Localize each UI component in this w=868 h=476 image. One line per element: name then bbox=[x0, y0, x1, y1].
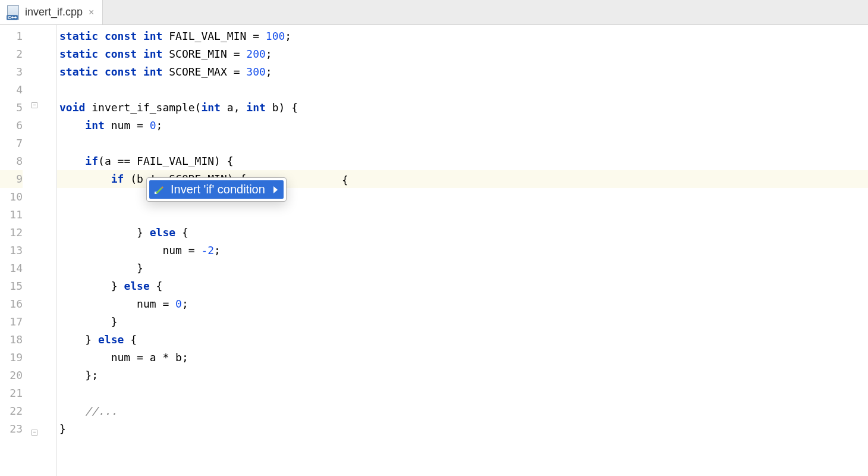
editor-area: 1 2 3 4 5 6 7 8 9 10 11 12 13 14 15 16 1… bbox=[0, 25, 868, 476]
code-fragment: { bbox=[342, 174, 348, 186]
line-number: 21 bbox=[0, 384, 23, 402]
code-line[interactable]: static const int SCORE_MAX = 300; bbox=[57, 63, 868, 81]
code-line[interactable]: } bbox=[57, 259, 868, 277]
line-number: 17 bbox=[0, 313, 23, 331]
pencil-icon bbox=[153, 184, 165, 196]
code-line[interactable]: } bbox=[57, 313, 868, 331]
code-line[interactable] bbox=[57, 206, 868, 224]
line-number: 2 bbox=[0, 45, 23, 63]
fold-toggle-icon[interactable]: − bbox=[32, 430, 37, 436]
line-number: 1 bbox=[0, 27, 23, 45]
line-number: 4 bbox=[0, 81, 23, 99]
line-number: 23 bbox=[0, 420, 23, 438]
line-number: 22 bbox=[0, 402, 23, 420]
line-number: 12 bbox=[0, 224, 23, 242]
code-line[interactable]: num = -2; bbox=[57, 242, 868, 259]
line-number: 3 bbox=[0, 63, 23, 81]
close-icon[interactable]: × bbox=[86, 7, 96, 18]
fold-toggle-icon[interactable]: − bbox=[32, 102, 37, 108]
code-line[interactable]: } else { bbox=[57, 224, 868, 242]
line-number: 19 bbox=[0, 349, 23, 367]
file-tab[interactable]: invert_if.cpp × bbox=[0, 0, 103, 24]
tab-bar: invert_if.cpp × bbox=[0, 0, 868, 25]
code-line[interactable] bbox=[57, 384, 868, 402]
line-number: 15 bbox=[0, 277, 23, 295]
fold-strip: − − bbox=[33, 25, 57, 476]
svg-marker-1 bbox=[156, 187, 162, 194]
chevron-right-icon bbox=[273, 186, 278, 193]
line-number: 16 bbox=[0, 295, 23, 313]
code-line[interactable]: num = a * b; bbox=[57, 349, 868, 367]
code-line[interactable]: }; bbox=[57, 367, 868, 384]
line-number: 9 bbox=[0, 170, 23, 188]
code-line[interactable]: //... bbox=[57, 402, 868, 420]
line-number: 7 bbox=[0, 134, 23, 152]
line-number: 14 bbox=[0, 259, 23, 277]
line-number: 20 bbox=[0, 367, 23, 384]
code-line[interactable]: void invert_if_sample(int a, int b) { bbox=[57, 99, 868, 117]
line-number: 10 bbox=[0, 188, 23, 206]
code-editor[interactable]: static const int FAIL_VAL_MIN = 100; sta… bbox=[57, 25, 868, 476]
code-line[interactable] bbox=[57, 81, 868, 99]
intention-label: Invert 'if' condition bbox=[171, 183, 265, 196]
line-number: 18 bbox=[0, 331, 23, 349]
line-number: 11 bbox=[0, 206, 23, 224]
code-line[interactable]: int num = 0; bbox=[57, 117, 868, 134]
code-line[interactable]: } bbox=[57, 420, 868, 438]
line-number: 6 bbox=[0, 117, 23, 134]
tab-filename: invert_if.cpp bbox=[25, 6, 83, 18]
code-line[interactable] bbox=[57, 134, 868, 152]
line-number-gutter: 1 2 3 4 5 6 7 8 9 10 11 12 13 14 15 16 1… bbox=[0, 25, 33, 476]
line-number: 5 bbox=[0, 99, 23, 117]
intention-invert-if[interactable]: Invert 'if' condition bbox=[149, 180, 284, 199]
line-number: 13 bbox=[0, 242, 23, 259]
code-line[interactable]: } else { bbox=[57, 277, 868, 295]
code-line[interactable]: num = 0; bbox=[57, 295, 868, 313]
line-number: 8 bbox=[0, 152, 23, 170]
cpp-file-icon bbox=[5, 4, 21, 21]
code-line[interactable]: static const int SCORE_MIN = 200; bbox=[57, 45, 868, 63]
code-line[interactable]: if(a == FAIL_VAL_MIN) { bbox=[57, 152, 868, 170]
code-line[interactable]: static const int FAIL_VAL_MIN = 100; bbox=[57, 27, 868, 45]
intention-popup: Invert 'if' condition bbox=[146, 177, 287, 202]
code-line[interactable]: } else { bbox=[57, 331, 868, 349]
